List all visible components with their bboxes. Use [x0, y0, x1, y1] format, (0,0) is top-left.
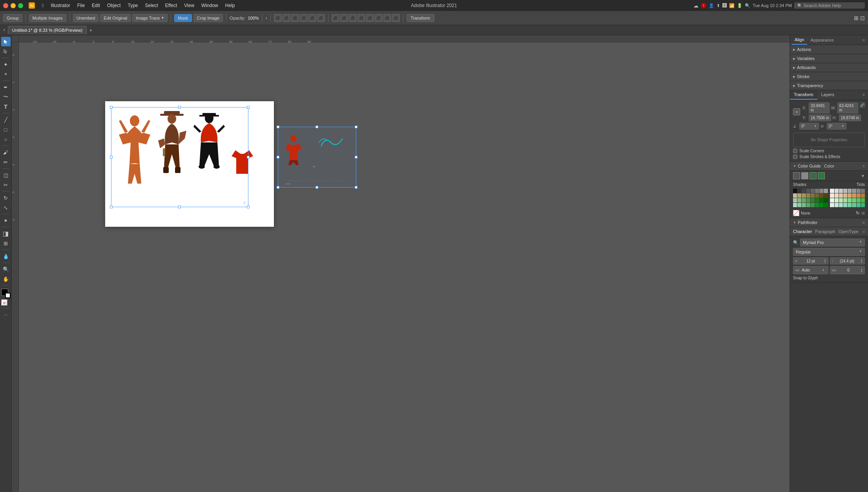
- handle-tl[interactable]: [110, 106, 113, 109]
- out-handle-tm[interactable]: [315, 126, 318, 128]
- menu-window[interactable]: Window: [198, 2, 221, 9]
- tint-1-4[interactable]: [843, 189, 847, 193]
- none-label[interactable]: None: [801, 211, 810, 215]
- panel-options-btn[interactable]: ≡: [861, 36, 866, 44]
- eraser-tool[interactable]: ◫: [1, 170, 11, 180]
- paintbrush-tool[interactable]: 🖌: [1, 148, 11, 157]
- x-input[interactable]: 33.8491 in: [809, 102, 830, 113]
- appearance-tab[interactable]: Appearance: [807, 36, 837, 44]
- canvas-area[interactable]: -24 -16 -8 0 8 16 24 32 40 48 56 64 72 8…: [12, 35, 790, 492]
- help-search[interactable]: 🔍 Search Adobe Help: [794, 2, 865, 9]
- tint-2-2[interactable]: [835, 193, 839, 198]
- handle-br[interactable]: [247, 206, 250, 208]
- cg-swatch-dark[interactable]: [793, 172, 800, 179]
- menu-object[interactable]: Object: [104, 2, 124, 9]
- handle-tr[interactable]: [247, 106, 250, 109]
- out-handle-bm[interactable]: [315, 186, 318, 189]
- lasso-tool[interactable]: ⌖: [1, 69, 11, 79]
- scissors-tool[interactable]: ✂: [1, 180, 11, 190]
- align-tab[interactable]: Align: [791, 35, 807, 45]
- ellipse-tool[interactable]: ○: [1, 135, 11, 144]
- out-handle-tl[interactable]: [277, 126, 279, 128]
- group-btn[interactable]: Group: [3, 14, 22, 22]
- character-gear[interactable]: ≡: [863, 230, 865, 234]
- variables-section-header[interactable]: ▶ Variables: [790, 54, 868, 63]
- shade-4-8[interactable]: [824, 203, 828, 207]
- distribute-v-icon[interactable]: ⬛: [340, 14, 348, 22]
- shade-2-1[interactable]: [793, 193, 797, 198]
- red-tshirt[interactable]: [232, 148, 253, 176]
- curvature-tool[interactable]: 〜: [1, 92, 11, 102]
- align-center-h-icon[interactable]: ⬛: [283, 14, 290, 22]
- h-input[interactable]: 16.8748 in: [839, 115, 861, 121]
- mac-max-btn[interactable]: [18, 3, 23, 8]
- transparency-section-header[interactable]: ▶ Transparency: [790, 81, 868, 90]
- shade-3-3[interactable]: [802, 198, 806, 202]
- leading-field[interactable]: ↕ (14.4 pt) ▲ ▼: [830, 257, 865, 264]
- out-handle-tr[interactable]: [355, 126, 357, 128]
- tint-2-5[interactable]: [848, 193, 852, 198]
- font-size-down[interactable]: ▼: [824, 261, 826, 263]
- tint-1-2[interactable]: [835, 189, 839, 193]
- font-size-field[interactable]: A 12 pt ▲ ▼: [793, 257, 828, 264]
- tint-4-4[interactable]: [843, 203, 847, 207]
- shade-4-4[interactable]: [806, 203, 810, 207]
- search-menu-icon[interactable]: 🔍: [745, 3, 750, 8]
- figure-1[interactable]: [117, 113, 152, 191]
- text-tool[interactable]: T: [1, 102, 11, 111]
- expand-arrow[interactable]: ›: [266, 15, 267, 21]
- direct-select-tool[interactable]: [1, 47, 11, 56]
- shade-4-3[interactable]: [802, 203, 806, 207]
- stroke-section-header[interactable]: ▶ Stroke: [790, 72, 868, 81]
- tints-label[interactable]: Tints: [857, 182, 865, 187]
- cg-swatch-green2[interactable]: [818, 172, 825, 179]
- panel-icon-2[interactable]: ⊡: [860, 15, 865, 21]
- shade-2-7[interactable]: [819, 193, 823, 198]
- shade-1-3[interactable]: [802, 189, 806, 193]
- align-top-icon[interactable]: ⬛: [300, 14, 308, 22]
- shade-4-2[interactable]: [797, 203, 801, 207]
- unembed-btn[interactable]: Unembed: [73, 14, 99, 22]
- tint-3-3[interactable]: [839, 198, 843, 202]
- pen-tool[interactable]: ✒: [1, 82, 11, 92]
- shade-2-4[interactable]: [806, 193, 810, 198]
- scale-tool[interactable]: ⤡: [1, 203, 11, 212]
- menu-view[interactable]: View: [181, 2, 197, 9]
- tint-1-6[interactable]: [852, 189, 856, 193]
- tint-4-6[interactable]: [852, 203, 856, 207]
- font-style-input[interactable]: Regular ▼: [793, 248, 865, 256]
- menu-file[interactable]: File: [74, 2, 88, 9]
- leading-down[interactable]: ▼: [861, 261, 863, 263]
- align-right-icon[interactable]: ⬛: [291, 14, 299, 22]
- cg-dropdown-btn[interactable]: ▼: [861, 174, 865, 178]
- shade-3-1[interactable]: [793, 198, 797, 202]
- transform-point-icon[interactable]: ⊞: [793, 108, 800, 115]
- tint-3-8[interactable]: [861, 198, 865, 202]
- shear-input[interactable]: 0° ▼: [827, 123, 846, 129]
- align-bottom-icon[interactable]: ⬛: [317, 14, 325, 22]
- tint-4-2[interactable]: [835, 203, 839, 207]
- menu-apple[interactable]: : [39, 2, 47, 9]
- document-tab[interactable]: Untitled-1* @ 8.33 % (RGB/Preview): [8, 26, 87, 34]
- handle-tm[interactable]: [178, 106, 181, 109]
- out-handle-br[interactable]: [355, 186, 357, 189]
- paragraph-tab[interactable]: Paragraph: [815, 229, 835, 234]
- menu-help[interactable]: Help: [222, 2, 238, 9]
- transform-tab[interactable]: Transform: [790, 90, 817, 100]
- none-fill-icon[interactable]: ⊘: [1, 299, 7, 306]
- fill-stroke-indicator[interactable]: [1, 289, 11, 298]
- snap-to-glyph[interactable]: Snap to Glyph: [793, 276, 865, 280]
- select-tool[interactable]: [1, 37, 11, 46]
- character-header[interactable]: Character Paragraph OpenType ≡: [790, 227, 868, 236]
- tint-2-7[interactable]: [857, 193, 861, 198]
- align-center-v-icon[interactable]: ⬛: [308, 14, 316, 22]
- distribute-top-icon[interactable]: ⬛: [375, 14, 383, 22]
- kerning-input[interactable]: Auto ▼: [800, 267, 826, 273]
- tint-3-2[interactable]: [835, 198, 839, 202]
- scale-strokes-checkbox[interactable]: [793, 155, 797, 159]
- align-left-icon[interactable]: ⬛: [274, 14, 282, 22]
- shade-4-7[interactable]: [819, 203, 823, 207]
- distribute-left-icon[interactable]: ⬛: [349, 14, 357, 22]
- magic-wand-tool[interactable]: ✦: [1, 60, 11, 69]
- mesh-tool[interactable]: ⊞: [1, 239, 11, 248]
